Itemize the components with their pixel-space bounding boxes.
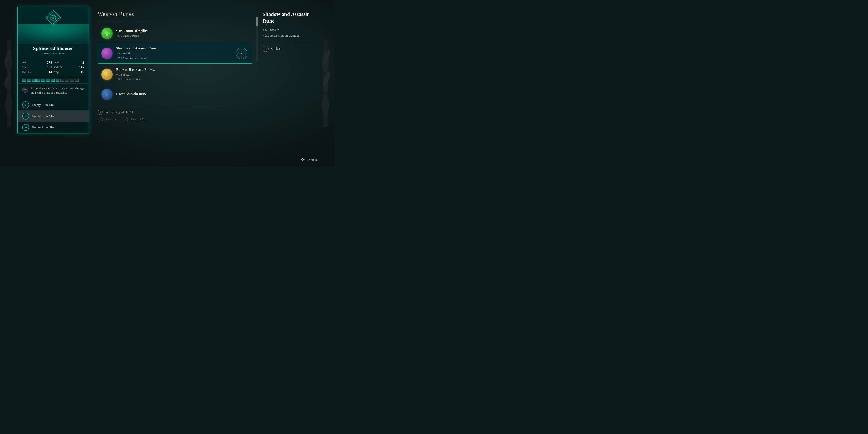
detail-action[interactable]: A Socket — [262, 46, 315, 52]
rune-item-assassin[interactable]: ᚲ Shadow and Assassin Rune + 5.6 Stealth… — [98, 43, 252, 64]
upgrade-pip-12 — [75, 79, 79, 82]
upgrade-pip-6 — [46, 79, 50, 82]
upgrade-pip-8 — [56, 79, 59, 82]
unsocket-label: Unsocket — [104, 118, 116, 121]
stat-stun-value: 181 — [47, 65, 52, 69]
rune-slot-1[interactable]: I Empty Rune Slot — [18, 99, 89, 111]
stat-critpre-value: 147 — [79, 65, 84, 69]
rune-item-agility[interactable]: Great Rune of Agility + 5.0 Light Damage — [98, 25, 252, 42]
rune-gem-great-assassin — [101, 89, 113, 100]
sort-bar[interactable]: R Sort By Upgrade Level — [98, 110, 252, 115]
weapon-icon-container — [18, 7, 89, 27]
stat-spd-label: Spd — [54, 61, 59, 64]
rune-gem-haste: ᛏ — [101, 69, 113, 80]
upgrade-pip-3 — [32, 79, 36, 82]
rune-list: Great Rune of Agility + 5.0 Light Damage… — [98, 25, 252, 103]
action-unsocket-all[interactable]: Y Unsocket All — [123, 117, 146, 122]
r-button-top[interactable]: R — [266, 20, 271, 25]
rune-stats-haste: + 1.3 Speed+ 6.0 Critical Chance — [116, 72, 248, 82]
rune-slot-badge-3: III — [22, 124, 29, 131]
rune-item-haste[interactable]: ᛏ Rune of Haste and Finesse + 1.3 Speed+… — [98, 64, 252, 85]
weapon-description: Arrow shatters on impact, dealing area d… — [31, 86, 84, 95]
stat-wgt-value: 10 — [81, 70, 84, 74]
runes-panel: Weapon Runes Great Rune of Agility + 5.0… — [98, 6, 252, 126]
rune-info-great-assassin: Great Assassin Rune — [116, 92, 248, 97]
main-container: Splintered Shooter Divine Hunter Bow Atk… — [0, 0, 334, 167]
y-button-icon: Y — [123, 117, 128, 122]
rune-slot-label-3: Empty Rune Slot — [32, 126, 55, 129]
upgrade-pip-9 — [60, 79, 64, 82]
weapon-diamond-icon — [44, 9, 62, 27]
stat-stun: Stun 181 — [22, 65, 52, 69]
upgrade-pip-2 — [27, 79, 31, 82]
sort-r-button-icon: R — [98, 110, 103, 115]
rune-slot-2[interactable]: II Empty Rune Slot — [18, 111, 89, 122]
stat-wgt: Wgt 10 — [54, 70, 84, 74]
upgrade-pip-10 — [65, 79, 69, 82]
animus-label: Animus — [306, 158, 317, 162]
rune-name-assassin: Shadow and Assassin Rune — [116, 46, 231, 50]
socket-label: Socket — [271, 47, 280, 51]
upgrade-pip-5 — [41, 79, 45, 82]
svg-point-13 — [24, 89, 26, 91]
description-section: Arrow shatters on impact, dealing area d… — [18, 84, 89, 97]
upgrade-pip-1 — [22, 79, 26, 82]
stats-section: Atk 175 Spd 42 Stun 181 Crit-Pre 147 Hd-… — [18, 58, 89, 77]
weapon-card: Splintered Shooter Divine Hunter Bow Atk… — [18, 6, 89, 133]
unsocket-all-label: Unsocket All — [129, 118, 146, 121]
upgrade-bar — [22, 79, 84, 82]
action-unsocket[interactable]: X Unsocket — [98, 117, 116, 122]
sort-label: Sort By Upgrade Level — [104, 111, 133, 114]
rune-target-circle — [235, 47, 248, 60]
weapon-type: Divine Hunter Bow — [21, 52, 85, 55]
rune-name-great-assassin: Great Assassin Rune — [116, 92, 248, 96]
runes-title: Weapon Runes — [98, 11, 252, 18]
rune-name-haste: Rune of Haste and Finesse — [116, 68, 248, 72]
svg-text:ᛏ: ᛏ — [105, 72, 107, 77]
stat-wgt-label: Wgt — [54, 70, 59, 74]
rune-info-agility: Great Rune of Agility + 5.0 Light Damage — [116, 29, 248, 38]
stat-hdshot-value: 114 — [47, 70, 52, 74]
stat-hdshot: Hd-Shot 114 — [22, 70, 52, 74]
ability-icon — [22, 87, 28, 93]
x-button-icon: X — [98, 117, 103, 122]
upgrade-pip-11 — [70, 79, 74, 82]
upgrade-pip-4 — [36, 79, 40, 82]
rune-slot-label-2: Empty Rune Slot — [32, 114, 55, 118]
stat-atk: Atk 175 — [22, 61, 52, 64]
rune-gem-assassin: ᚲ — [101, 48, 113, 59]
detail-panel: Shadow and Assassin Rune + 5.6 Stealth +… — [260, 6, 317, 56]
rune-slot-badge-2: II — [22, 113, 29, 120]
weapon-title-section: Splintered Shooter Divine Hunter Bow — [18, 44, 89, 58]
svg-text:ᚲ: ᚲ — [105, 51, 108, 56]
stat-spd-value: 42 — [81, 61, 84, 64]
stat-critpre-label: Crit-Pre — [54, 65, 63, 69]
svg-point-11 — [52, 17, 54, 19]
stat-stun-label: Stun — [22, 65, 27, 69]
weapon-banner — [18, 24, 89, 44]
stat-critpre: Crit-Pre 147 — [54, 65, 84, 69]
rune-info-assassin: Shadow and Assassin Rune + 5.6 Stealth+ … — [116, 46, 231, 60]
rune-stats-agility: + 5.0 Light Damage — [116, 34, 248, 38]
upgrade-bar-section — [18, 77, 89, 84]
animus-logo: ✛ Animus — [301, 157, 317, 163]
stat-hdshot-label: Hd-Shot — [22, 70, 32, 74]
stat-atk-label: Atk — [22, 61, 27, 64]
stats-grid: Atk 175 Spd 42 Stun 181 Crit-Pre 147 Hd-… — [22, 61, 84, 74]
a-button-icon: A — [262, 46, 269, 52]
detail-stats: + 5.6 Stealth + 2.0 Assassination Damage — [262, 27, 315, 42]
stat-spd: Spd 42 — [54, 61, 84, 64]
rune-slot-3[interactable]: III Empty Rune Slot — [18, 122, 89, 133]
upgrade-pip-7 — [51, 79, 55, 82]
rune-slot-label-1: Empty Rune Slot — [32, 103, 55, 107]
action-bar: X Unsocket Y Unsocket All — [98, 117, 252, 122]
rune-item-great-assassin[interactable]: Great Assassin Rune — [98, 86, 252, 103]
rune-name-agility: Great Rune of Agility — [116, 29, 248, 33]
weapon-name: Splintered Shooter — [21, 45, 85, 51]
animus-icon: ✛ — [301, 157, 305, 163]
rune-slots-section: I Empty Rune Slot II Empty Rune Slot III… — [18, 97, 89, 133]
rune-gem-agility — [101, 28, 113, 39]
rune-slot-badge-1: I — [22, 101, 29, 108]
rune-stats-assassin: + 5.6 Stealth+ 2.0 Assassination Damage — [116, 51, 231, 60]
stat-atk-value: 175 — [47, 61, 52, 64]
